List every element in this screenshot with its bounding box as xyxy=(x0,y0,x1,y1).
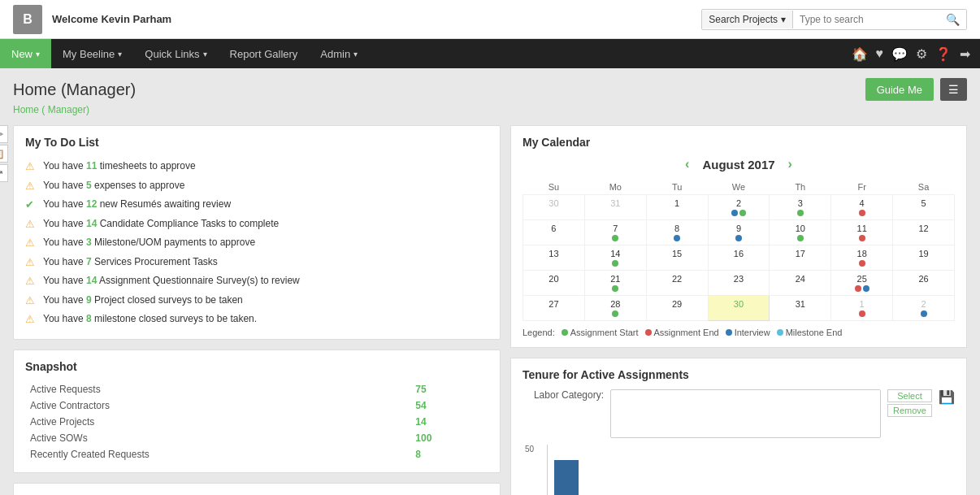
cal-date: 27 xyxy=(525,299,583,309)
todo-text: You have 7 Services Procurement Tasks xyxy=(43,254,218,269)
page-title-right: Guide Me ☰ xyxy=(865,78,967,101)
gear-icon[interactable]: ⚙ xyxy=(916,46,927,62)
tenure-select-button[interactable]: Select xyxy=(887,389,932,402)
chevron-down-icon: ▾ xyxy=(353,50,358,59)
y-label: 50 xyxy=(525,445,534,454)
tenure-title: Tenure for Active Assignments xyxy=(523,368,955,381)
top-bar: B Welcome Kevin Parham Search Projects ▾… xyxy=(0,0,980,39)
dot-blue xyxy=(863,285,869,292)
nav-admin-label: Admin xyxy=(320,48,350,60)
search-button[interactable]: 🔍 xyxy=(939,10,966,29)
copy-icon[interactable]: 📋 xyxy=(0,145,8,163)
calendar-legend: Legend: Assignment Start Assignment End … xyxy=(523,328,955,337)
user-name: Kevin Parham xyxy=(101,13,171,25)
dot-red xyxy=(855,285,861,292)
menu-button[interactable]: ☰ xyxy=(940,78,967,101)
legend-interview-label: Interview xyxy=(735,328,770,337)
welcome-prefix: Welcome xyxy=(52,13,98,25)
snapshot-label: Active Projects xyxy=(25,414,410,430)
cal-cell-today[interactable]: 30 xyxy=(708,296,770,321)
cal-next-button[interactable]: › xyxy=(788,157,792,172)
chat-icon[interactable]: 💬 xyxy=(891,46,908,62)
download-icon[interactable]: 💾 xyxy=(939,389,955,405)
cal-date: 21 xyxy=(587,274,644,284)
todo-widget-wrapper: ✏ 📋 ↗ My To Do List ⚠ You have 11 timesh… xyxy=(13,125,501,340)
dot-blue xyxy=(674,235,680,241)
nav-item-quicklinks[interactable]: Quick Links ▾ xyxy=(133,39,218,68)
snapshot-value: 75 xyxy=(410,381,488,397)
cal-cell: 29 xyxy=(646,296,708,321)
todo-item: ⚠ You have 3 Milestone/UOM payments to a… xyxy=(25,233,488,253)
calendar-header: ‹ August 2017 › xyxy=(523,157,955,172)
nav-mybeeline-label: My Beeline xyxy=(63,48,115,60)
share-icon[interactable]: ↗ xyxy=(0,164,8,182)
nav-quicklinks-label: Quick Links xyxy=(145,48,199,60)
page-content: Home (Manager) Guide Me ☰ Home ( Manager… xyxy=(0,68,980,495)
heart-icon[interactable]: ♥ xyxy=(876,46,884,61)
cal-cell: 11 xyxy=(831,220,893,245)
dot-green xyxy=(612,260,618,267)
calendar-header-row: Su Mo Tu We Th Fr Sa xyxy=(523,180,955,195)
legend-label: Legend: xyxy=(523,328,555,337)
dot-teal xyxy=(777,329,783,336)
labor-category-select[interactable] xyxy=(610,389,881,438)
dot-red xyxy=(859,210,865,216)
cal-cell: 30 xyxy=(523,195,585,220)
chart-y-axis: 50 40 xyxy=(525,445,534,495)
cal-date: 16 xyxy=(710,249,768,258)
help-icon[interactable]: ❓ xyxy=(935,46,952,62)
cal-prev-button[interactable]: ‹ xyxy=(685,157,689,172)
search-input[interactable] xyxy=(793,11,939,28)
check-icon: ✔ xyxy=(25,197,38,213)
warning-icon: ⚠ xyxy=(25,311,38,328)
cal-date: 2 xyxy=(710,198,768,208)
dot-blue xyxy=(921,310,927,317)
cal-date: 29 xyxy=(648,299,706,309)
edit-icon[interactable]: ✏ xyxy=(0,125,8,143)
tenure-remove-button[interactable]: Remove xyxy=(887,404,932,417)
nav-item-new[interactable]: New ▾ xyxy=(0,39,51,68)
todo-item: ⚠ You have 5 expenses to approve xyxy=(25,176,488,196)
todo-text: You have 14 Assignment Questionnaire Sur… xyxy=(43,273,300,288)
guide-me-button[interactable]: Guide Me xyxy=(865,78,934,101)
snapshot-widget: Snapshot Active Requests 75 Active Contr… xyxy=(13,350,501,473)
nav-item-admin[interactable]: Admin ▾ xyxy=(309,39,369,68)
warning-icon: ⚠ xyxy=(25,273,38,289)
search-dropdown[interactable]: Search Projects ▾ xyxy=(702,11,793,28)
cal-date: 18 xyxy=(833,249,891,258)
todo-count: 5 xyxy=(86,180,92,191)
nav-item-reportgallery[interactable]: Report Gallery xyxy=(219,39,310,68)
todo-count: 14 xyxy=(86,275,97,286)
home-icon[interactable]: 🏠 xyxy=(852,46,868,62)
top-bar-left: B Welcome Kevin Parham xyxy=(13,5,171,34)
cal-cell: 1 xyxy=(831,296,893,321)
legend-assignment-start: Assignment Start xyxy=(562,328,639,337)
nav-bar: New ▾ My Beeline ▾ Quick Links ▾ Report … xyxy=(0,39,980,68)
search-dropdown-label: Search Projects xyxy=(709,14,778,25)
cal-date: 19 xyxy=(895,249,952,258)
cal-cell: 31 xyxy=(770,296,831,321)
nav-new-label: New xyxy=(11,48,33,60)
cal-cell: 15 xyxy=(646,245,708,271)
logout-icon[interactable]: ➡ xyxy=(960,46,970,62)
todo-text: You have 11 timesheets to approve xyxy=(43,158,196,173)
cal-date: 30 xyxy=(525,198,583,208)
snapshot-value: 100 xyxy=(410,430,488,446)
todo-count: 12 xyxy=(86,198,97,210)
cal-cell: 6 xyxy=(523,220,585,245)
todo-text: You have 12 new Resumés awaiting review xyxy=(43,197,231,211)
cal-cell: 7 xyxy=(584,220,646,245)
legend-assignment-start-label: Assignment Start xyxy=(570,328,639,337)
breadcrumb[interactable]: Home ( Manager) xyxy=(13,104,967,115)
cal-date: 12 xyxy=(895,224,952,233)
warning-icon: ⚠ xyxy=(25,216,38,232)
tenure-chart: 50 40 xyxy=(547,445,955,495)
cal-date-today[interactable]: 30 xyxy=(710,299,768,309)
todo-text: You have 3 Milestone/UOM payments to app… xyxy=(43,235,255,250)
cal-date: 26 xyxy=(895,274,952,284)
cal-day-header: We xyxy=(708,180,770,195)
cal-cell: 26 xyxy=(893,271,955,296)
nav-item-mybeeline[interactable]: My Beeline ▾ xyxy=(51,39,133,68)
table-row: Active SOWs 100 xyxy=(25,430,488,446)
legend-assignment-end: Assignment End xyxy=(645,328,719,337)
